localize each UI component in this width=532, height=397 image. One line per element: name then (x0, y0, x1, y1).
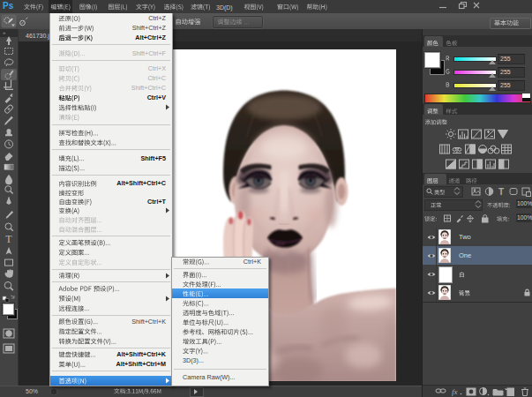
svg-text:T: T (498, 187, 504, 197)
svg-text:T: T (5, 233, 12, 245)
svg-text:fx: fx (452, 387, 458, 396)
